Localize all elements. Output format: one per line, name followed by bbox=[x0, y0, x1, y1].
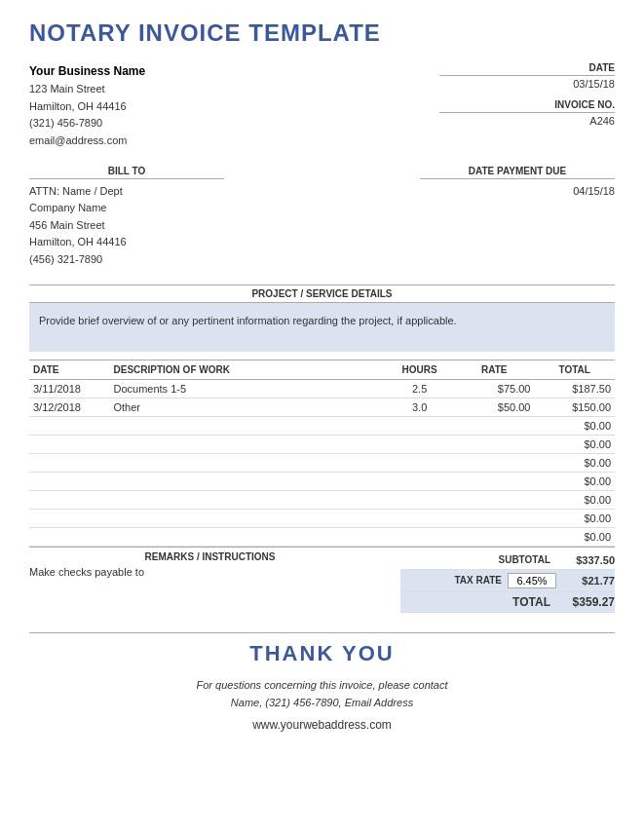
cell-hours: 3.0 bbox=[385, 398, 454, 416]
business-info: Your Business Name 123 Main Street Hamil… bbox=[29, 62, 145, 150]
cell-date: 3/12/2018 bbox=[29, 398, 109, 416]
remarks-label: REMARKS / INSTRUCTIONS bbox=[29, 551, 391, 562]
table-row: $0.00 bbox=[29, 472, 615, 490]
cell-rate bbox=[454, 490, 534, 509]
table-row: $0.00 bbox=[29, 416, 615, 435]
payment-due-value: 04/15/18 bbox=[420, 183, 615, 201]
footer-divider bbox=[29, 632, 615, 633]
bill-to-company: Company Name bbox=[29, 200, 224, 217]
cell-description bbox=[109, 416, 385, 435]
cell-rate bbox=[454, 472, 534, 490]
table-row: $0.00 bbox=[29, 527, 615, 546]
cell-description bbox=[109, 472, 385, 490]
cell-description bbox=[109, 435, 385, 453]
cell-hours bbox=[385, 416, 454, 435]
thank-you-text: THANK YOU bbox=[29, 641, 615, 666]
payment-due-block: DATE PAYMENT DUE 04/15/18 bbox=[420, 166, 615, 269]
subtotal-row: SUBTOTAL $337.50 bbox=[400, 551, 615, 570]
total-row: TOTAL $359.27 bbox=[400, 592, 615, 613]
cell-description bbox=[109, 490, 385, 509]
remarks-text: Make checks payable to bbox=[29, 566, 391, 578]
cell-description bbox=[109, 509, 385, 527]
bottom-section: REMARKS / INSTRUCTIONS Make checks payab… bbox=[29, 547, 615, 613]
cell-description bbox=[109, 453, 385, 472]
cell-total: $0.00 bbox=[534, 472, 615, 490]
cell-date bbox=[29, 453, 109, 472]
table-header-row: DATE DESCRIPTION OF WORK HOURS RATE TOTA… bbox=[29, 360, 615, 379]
cell-rate: $75.00 bbox=[454, 379, 534, 398]
cell-total: $0.00 bbox=[534, 416, 615, 435]
bill-to-block: BILL TO ATTN: Name / Dept Company Name 4… bbox=[29, 166, 224, 269]
invoice-no-value: A246 bbox=[439, 115, 615, 127]
cell-hours bbox=[385, 527, 454, 546]
totals-block: SUBTOTAL $337.50 TAX RATE $21.77 TOTAL $… bbox=[400, 551, 615, 613]
cell-total: $187.50 bbox=[534, 379, 615, 398]
table-row: $0.00 bbox=[29, 453, 615, 472]
total-label: TOTAL bbox=[400, 595, 556, 609]
cell-hours bbox=[385, 435, 454, 453]
cell-rate bbox=[454, 527, 534, 546]
cell-date bbox=[29, 472, 109, 490]
cell-date bbox=[29, 490, 109, 509]
bill-to-address2: Hamilton, OH 44416 bbox=[29, 234, 224, 251]
cell-total: $0.00 bbox=[534, 527, 615, 546]
col-header-hours: HOURS bbox=[385, 360, 454, 379]
bill-to-attn: ATTN: Name / Dept bbox=[29, 183, 224, 201]
tax-amount-value: $21.77 bbox=[556, 575, 615, 587]
cell-total: $0.00 bbox=[534, 453, 615, 472]
col-header-description: DESCRIPTION OF WORK bbox=[109, 360, 385, 379]
cell-total: $150.00 bbox=[534, 398, 615, 416]
project-section: PROJECT / SERVICE DETAILS Provide brief … bbox=[29, 284, 615, 352]
cell-date: 3/11/2018 bbox=[29, 379, 109, 398]
tax-rate-row: TAX RATE $21.77 bbox=[400, 570, 615, 592]
business-address1: 123 Main Street bbox=[29, 81, 145, 98]
cell-date bbox=[29, 509, 109, 527]
cell-total: $0.00 bbox=[534, 509, 615, 527]
invoice-no-label: INVOICE NO. bbox=[439, 99, 615, 113]
bill-to-address1: 456 Main Street bbox=[29, 217, 224, 235]
business-address2: Hamilton, OH 44416 bbox=[29, 98, 145, 116]
cell-date bbox=[29, 435, 109, 453]
contact-line2: Name, (321) 456-7890, Email Address bbox=[231, 697, 413, 708]
table-row: 3/11/2018 Documents 1-5 2.5 $75.00 $187.… bbox=[29, 379, 615, 398]
cell-rate bbox=[454, 453, 534, 472]
subtotal-label: SUBTOTAL bbox=[400, 554, 556, 565]
bill-to-phone: (456) 321-7890 bbox=[29, 251, 224, 269]
table-row: $0.00 bbox=[29, 509, 615, 527]
date-invoice-block: DATE 03/15/18 INVOICE NO. A246 bbox=[439, 62, 615, 150]
project-description: Provide brief overview of or any pertine… bbox=[29, 303, 615, 352]
project-label: PROJECT / SERVICE DETAILS bbox=[29, 284, 615, 303]
cell-hours bbox=[385, 509, 454, 527]
table-row: $0.00 bbox=[29, 490, 615, 509]
cell-hours bbox=[385, 453, 454, 472]
tax-rate-input[interactable] bbox=[508, 573, 556, 588]
business-email: email@address.com bbox=[29, 133, 145, 150]
page-title: NOTARY INVOICE TEMPLATE bbox=[29, 19, 615, 47]
cell-description: Documents 1-5 bbox=[109, 379, 385, 398]
col-header-total: TOTAL bbox=[534, 360, 615, 379]
cell-hours: 2.5 bbox=[385, 379, 454, 398]
business-name: Your Business Name bbox=[29, 62, 145, 81]
cell-description: Other bbox=[109, 398, 385, 416]
cell-date bbox=[29, 527, 109, 546]
website-url: www.yourwebaddress.com bbox=[29, 718, 615, 732]
cell-description bbox=[109, 527, 385, 546]
cell-total: $0.00 bbox=[534, 435, 615, 453]
contact-line1: For questions concerning this invoice, p… bbox=[196, 679, 447, 691]
thank-you-section: THANK YOU For questions concerning this … bbox=[29, 632, 615, 732]
cell-rate: $50.00 bbox=[454, 398, 534, 416]
cell-hours bbox=[385, 472, 454, 490]
cell-hours bbox=[385, 490, 454, 509]
bill-section: BILL TO ATTN: Name / Dept Company Name 4… bbox=[29, 166, 615, 269]
cell-total: $0.00 bbox=[534, 490, 615, 509]
total-value: $359.27 bbox=[556, 595, 615, 609]
cell-date bbox=[29, 416, 109, 435]
cell-rate bbox=[454, 435, 534, 453]
date-value: 03/15/18 bbox=[439, 78, 615, 90]
bill-to-label: BILL TO bbox=[29, 166, 224, 179]
tax-rate-label: TAX RATE bbox=[400, 575, 508, 586]
work-table: DATE DESCRIPTION OF WORK HOURS RATE TOTA… bbox=[29, 360, 615, 547]
cell-rate bbox=[454, 509, 534, 527]
col-header-rate: RATE bbox=[454, 360, 534, 379]
table-row: 3/12/2018 Other 3.0 $50.00 $150.00 bbox=[29, 398, 615, 416]
